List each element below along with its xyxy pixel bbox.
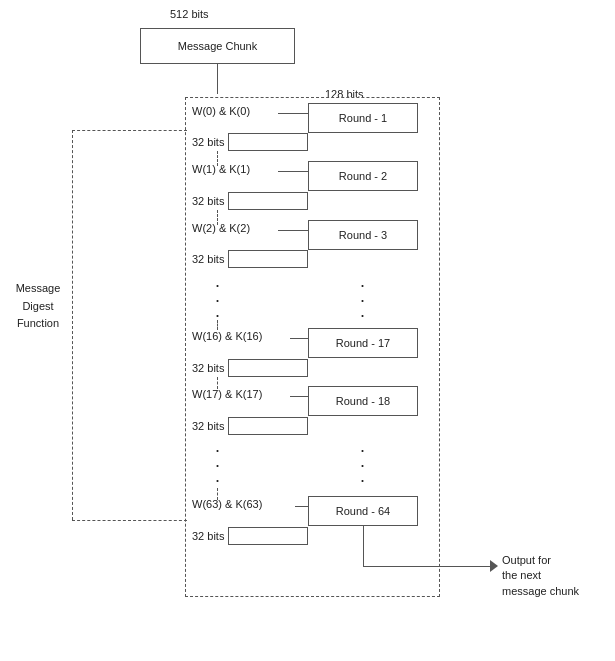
round17-32bit-box [228,359,308,377]
label-32bits-4: 32 bits [192,362,224,374]
round17-box: Round - 17 [308,328,418,358]
label-w16k16: W(16) & K(16) [192,330,262,342]
line-w17-to-round18 [290,396,308,397]
message-digest-label: MessageDigestFunction [8,280,68,333]
label-w1k1: W(1) & K(1) [192,163,250,175]
line-w1-to-round2 [278,171,308,172]
dots-r6: · [360,470,365,491]
round1-box: Round - 1 [308,103,418,133]
round64-box: Round - 64 [308,496,418,526]
dots-r3: · [360,305,367,326]
round18-32bit-box [228,417,308,435]
round3-label: Round - 3 [339,229,387,241]
label-32bits-1: 32 bits [192,136,224,148]
round64-label: Round - 64 [336,505,390,517]
label-w2k2: W(2) & K(2) [192,222,250,234]
label-512bits: 512 bits [170,8,209,20]
line-sep-317 [217,320,218,330]
label-32bits-3: 32 bits [192,253,224,265]
round3-32bit-box [228,250,308,268]
line-w2-to-round3 [278,230,308,231]
message-chunk-label: Message Chunk [178,40,258,52]
label-w0k0: W(0) & K(0) [192,105,250,117]
label-w17k17: W(17) & K(17) [192,388,262,400]
round2-32bit-box [228,192,308,210]
label-32bits-6: 32 bits [192,530,224,542]
round2-label: Round - 2 [339,170,387,182]
line-mc-down [217,64,218,94]
arrow-output [490,560,498,572]
bracket-top-h [72,130,187,131]
line-w0-to-round1 [278,113,308,114]
round1-32bit-box [228,133,308,151]
bracket-left-v [72,130,73,520]
message-chunk-box: Message Chunk [140,28,295,64]
bracket-bottom-h [72,520,187,521]
line-output-h [363,566,493,567]
round3-box: Round - 3 [308,220,418,250]
round64-32bit-box [228,527,308,545]
label-w63k63: W(63) & K(63) [192,498,262,510]
label-32bits-2: 32 bits [192,195,224,207]
line-w16-to-round17 [290,338,308,339]
round1-label: Round - 1 [339,112,387,124]
line-w63-to-round64 [295,506,308,507]
round18-box: Round - 18 [308,386,418,416]
round2-box: Round - 2 [308,161,418,191]
output-label: Output forthe nextmessage chunk [502,553,579,599]
round18-label: Round - 18 [336,395,390,407]
round17-label: Round - 17 [336,337,390,349]
line-output-down [363,526,364,566]
diagram: 512 bits Message Chunk 128 bits W(0) & K… [0,0,615,661]
label-32bits-5: 32 bits [192,420,224,432]
